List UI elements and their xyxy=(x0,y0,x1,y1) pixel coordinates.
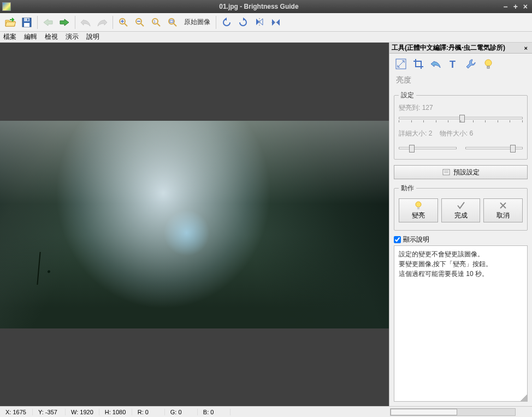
redo-button[interactable] xyxy=(95,15,109,30)
status-g-value: 0 xyxy=(178,409,181,415)
text-tool-icon[interactable]: T xyxy=(447,58,459,70)
check-icon xyxy=(457,201,465,210)
show-help-label: 顯示說明 xyxy=(403,235,429,244)
preset-button[interactable]: 預設設定 xyxy=(394,165,528,179)
original-image-label: 原始圖像 xyxy=(182,17,212,27)
detail-size-label: 詳細大小: xyxy=(399,130,427,137)
lightbulb-icon xyxy=(414,201,423,210)
forward-button[interactable] xyxy=(57,15,72,30)
brighten-label: 變亮 xyxy=(412,211,425,220)
status-w-label: W: xyxy=(71,409,78,415)
svg-point-15 xyxy=(416,202,421,207)
rotate-ccw-button[interactable] xyxy=(220,15,234,30)
actions-legend: 動作 xyxy=(399,184,416,193)
status-r-value: 0 xyxy=(145,409,149,415)
open-button[interactable] xyxy=(3,15,17,30)
brighten-to-value: 127 xyxy=(422,104,433,111)
brighten-button[interactable]: 變亮 xyxy=(399,198,438,222)
done-label: 完成 xyxy=(454,211,468,220)
resize-handle[interactable] xyxy=(521,395,527,401)
svg-text:T: T xyxy=(450,59,456,69)
status-g-label: G: xyxy=(170,409,177,415)
preset-label: 預設設定 xyxy=(453,168,480,177)
settings-fieldset: 設定 變亮到: 127 詳細大小: 2 物件大小: 6 xyxy=(394,91,528,160)
minimize-button[interactable]: – xyxy=(504,2,508,11)
panel-close-button[interactable]: × xyxy=(522,45,530,51)
svg-rect-9 xyxy=(170,20,173,22)
svg-rect-3 xyxy=(27,19,28,21)
object-size-value: 6 xyxy=(469,130,473,137)
show-help-input[interactable] xyxy=(394,236,401,243)
actions-fieldset: 動作 變亮 完成 取消 xyxy=(394,184,528,231)
menu-view[interactable]: 檢視 xyxy=(45,32,58,42)
status-h-label: H: xyxy=(105,409,111,415)
svg-point-12 xyxy=(485,60,492,66)
brighten-to-label: 變亮到: xyxy=(399,104,420,111)
object-size-label: 物件大小: xyxy=(440,130,468,137)
horizontal-scrollbar[interactable] xyxy=(390,408,516,416)
zoom-fit-button[interactable] xyxy=(165,15,180,30)
status-y-label: Y: xyxy=(38,409,44,415)
svg-rect-16 xyxy=(417,207,419,209)
toolbar: 1 原始圖像 xyxy=(0,13,532,32)
show-help-checkbox[interactable]: 顯示說明 xyxy=(389,233,532,245)
done-button[interactable]: 完成 xyxy=(441,198,481,222)
detail-size-value: 2 xyxy=(429,130,433,137)
back-button[interactable] xyxy=(41,15,55,30)
brighten-slider[interactable] xyxy=(399,115,523,124)
flip-vertical-button[interactable] xyxy=(252,15,267,30)
status-x-label: X: xyxy=(5,409,11,415)
settings-legend: 設定 xyxy=(399,91,416,100)
status-w-value: 1920 xyxy=(80,409,93,415)
cancel-label: 取消 xyxy=(496,211,510,220)
menu-edit[interactable]: 編輯 xyxy=(24,32,37,42)
svg-rect-14 xyxy=(443,169,450,175)
object-slider[interactable] xyxy=(465,145,523,154)
resize-tool-icon[interactable] xyxy=(395,58,407,70)
zoom-in-button[interactable] xyxy=(116,15,131,30)
section-brightness: 亮度 xyxy=(389,74,532,89)
status-b-value: 0 xyxy=(210,409,214,415)
status-x-value: 1675 xyxy=(13,409,26,415)
help-line-3: 這個過程可能需要長達 10 秒。 xyxy=(399,269,523,279)
undo-button[interactable] xyxy=(79,15,93,30)
wrench-tool-icon[interactable] xyxy=(465,58,477,70)
titlebar: 01.jpg - Brightness Guide – + × xyxy=(0,0,532,13)
menu-file[interactable]: 檔案 xyxy=(3,32,16,42)
lightbulb-tool-icon[interactable] xyxy=(482,58,494,70)
tool-icons-row: T xyxy=(389,54,532,74)
menubar: 檔案 編輯 檢視 演示 說明 xyxy=(0,32,532,43)
status-b-label: B: xyxy=(203,409,209,415)
svg-rect-1 xyxy=(24,18,29,21)
preset-icon xyxy=(442,168,450,176)
help-line-1: 設定的變更不會變更該圖像。 xyxy=(399,249,523,259)
help-line-2: 要變更圖像,按下「變亮」按鈕。 xyxy=(399,259,523,269)
flip-horizontal-button[interactable] xyxy=(269,15,283,30)
window-title: 01.jpg - Brightness Guide xyxy=(14,3,504,10)
detail-slider[interactable] xyxy=(399,145,457,154)
svg-rect-13 xyxy=(487,66,489,68)
tools-panel: 工具(正體中文編譯:丹楓-虫二電気診所) × T 亮度 設定 變亮到: 127 xyxy=(389,43,532,406)
undo-tool-icon[interactable] xyxy=(430,58,442,70)
cancel-button[interactable]: 取消 xyxy=(483,198,523,222)
svg-rect-2 xyxy=(24,23,29,27)
menu-help[interactable]: 說明 xyxy=(86,32,99,42)
maximize-button[interactable]: + xyxy=(513,2,518,11)
status-r-label: R: xyxy=(138,409,144,415)
cancel-icon xyxy=(499,201,507,210)
canvas-area[interactable] xyxy=(0,43,389,406)
svg-text:1: 1 xyxy=(153,20,156,24)
app-icon xyxy=(2,2,11,11)
image-preview xyxy=(0,121,389,328)
zoom-100-button[interactable]: 1 xyxy=(149,15,163,30)
save-button[interactable] xyxy=(20,15,34,30)
crop-tool-icon[interactable] xyxy=(412,58,424,70)
panel-title: 工具(正體中文編譯:丹楓-虫二電気診所) xyxy=(392,43,505,52)
status-y-value: -357 xyxy=(45,409,57,415)
zoom-out-button[interactable] xyxy=(133,15,147,30)
menu-demo[interactable]: 演示 xyxy=(66,32,79,42)
close-button[interactable]: × xyxy=(523,2,528,11)
rotate-cw-button[interactable] xyxy=(236,15,250,30)
status-h-value: 1080 xyxy=(113,409,126,415)
help-textarea: 設定的變更不會變更該圖像。 要變更圖像,按下「變亮」按鈕。 這個過程可能需要長達… xyxy=(394,245,528,402)
